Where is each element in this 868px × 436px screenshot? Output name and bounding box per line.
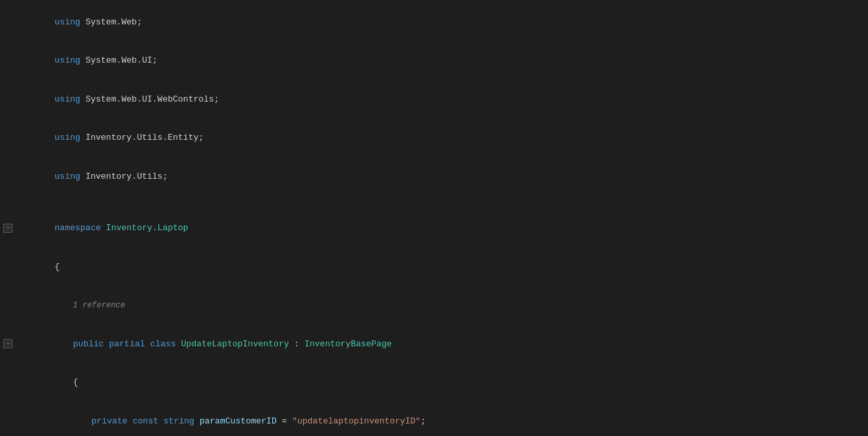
- code-line: {: [0, 247, 868, 286]
- line-content: [21, 196, 868, 209]
- variable: paramCustomerID: [200, 416, 277, 426]
- collapse-button[interactable]: −: [3, 339, 13, 348]
- code-line: {: [0, 363, 868, 402]
- keyword: partial: [109, 339, 145, 349]
- gutter-collapse[interactable]: −: [0, 224, 18, 233]
- class-name: UpdateLaptopInventory: [181, 339, 289, 349]
- line-content: using System.Web.UI.WebControls;: [21, 80, 868, 119]
- line-content: using Inventory.Utils.Entity;: [21, 119, 868, 158]
- code-line: using Inventory.Utils.Entity;: [0, 119, 868, 158]
- gutter-collapse[interactable]: −: [0, 339, 18, 348]
- keyword: const: [132, 416, 158, 426]
- keyword: class: [150, 339, 176, 349]
- string-literal: "updatelaptopinventoryID": [292, 416, 420, 426]
- code-line-reference: 1 reference: [0, 286, 868, 325]
- line-content: using Inventory.Utils;: [21, 157, 868, 196]
- base-class: InventoryBasePage: [304, 339, 392, 349]
- line-content: private const string paramCustomerID = "…: [21, 402, 868, 436]
- code-line: using Inventory.Utils;: [0, 157, 868, 196]
- code-line: − public partial class UpdateLaptopInven…: [0, 325, 868, 363]
- code-line: using System.Web.UI.WebControls;: [0, 80, 868, 119]
- line-content: {: [21, 247, 868, 286]
- keyword: using: [55, 55, 80, 65]
- code-line: private const string paramCustomerID = "…: [0, 402, 868, 436]
- code-line: [0, 196, 868, 209]
- line-content: 1 reference: [21, 286, 868, 325]
- keyword: namespace: [55, 223, 101, 233]
- line-content: namespace Inventory.Laptop: [21, 209, 868, 248]
- keyword: using: [55, 94, 80, 104]
- code-line: using System.Web;: [0, 3, 868, 42]
- keyword: string: [163, 416, 194, 426]
- keyword: using: [55, 133, 80, 142]
- code-line: using System.Web.UI;: [0, 42, 868, 80]
- line-content: {: [21, 363, 868, 402]
- code-line: − namespace Inventory.Laptop: [0, 209, 868, 248]
- keyword: using: [55, 171, 80, 181]
- line-content: using System.Web;: [21, 3, 868, 42]
- keyword: using: [55, 17, 80, 27]
- keyword: public: [73, 339, 104, 349]
- keyword: private: [92, 416, 128, 426]
- reference-count: 1 reference: [73, 301, 125, 310]
- code-editor: using System.Web; using System.Web.UI; u…: [0, 0, 868, 436]
- collapse-button[interactable]: −: [3, 224, 13, 233]
- line-content: using System.Web.UI;: [21, 42, 868, 80]
- namespace-name: Inventory.Laptop: [106, 223, 188, 233]
- line-content: public partial class UpdateLaptopInvento…: [21, 325, 868, 363]
